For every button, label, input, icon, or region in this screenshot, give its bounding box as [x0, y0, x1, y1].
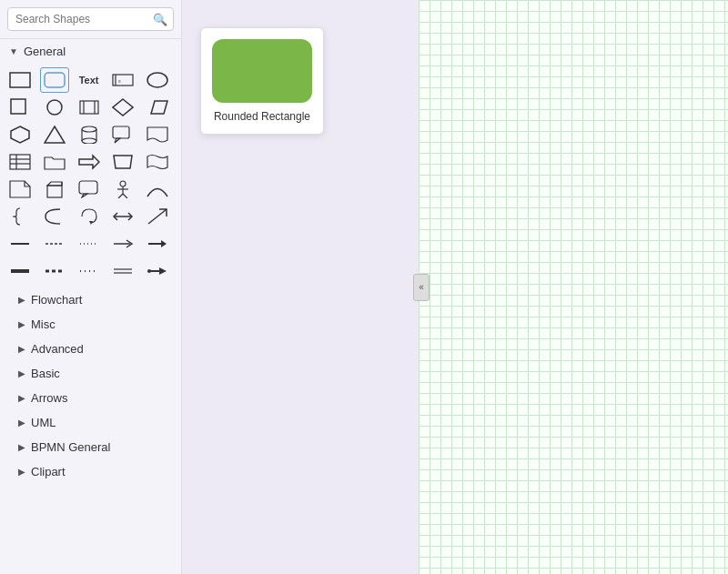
- svg-point-7: [47, 100, 62, 115]
- misc-arrow-icon: ▶: [18, 319, 25, 329]
- shape-cube[interactable]: [40, 176, 69, 202]
- svg-line-40: [148, 209, 167, 224]
- shape-tooltip-card: Rounded Rectangle: [200, 27, 324, 135]
- shape-arc[interactable]: [143, 176, 172, 202]
- shape-connector-arrow[interactable]: [143, 231, 172, 257]
- shape-thick-dotted[interactable]: [75, 258, 104, 284]
- bpmn-label: BPMN General: [31, 440, 110, 454]
- arrows-arrow-icon: ▶: [18, 393, 25, 403]
- svg-rect-6: [11, 99, 25, 114]
- shape-brace[interactable]: [5, 204, 35, 229]
- category-misc[interactable]: ▶ Misc: [0, 312, 181, 337]
- shape-arrow-connector[interactable]: [143, 258, 172, 284]
- category-basic[interactable]: ▶ Basic: [0, 361, 181, 386]
- svg-rect-0: [10, 73, 30, 87]
- middle-panel: Rounded Rectangle «: [182, 0, 419, 574]
- tooltip-label: Rounded Rectangle: [214, 110, 310, 123]
- shape-diagonal-arrow[interactable]: [143, 204, 172, 229]
- misc-label: Misc: [31, 317, 56, 331]
- svg-point-18: [82, 138, 96, 144]
- advanced-arrow-icon: ▶: [18, 344, 25, 354]
- shape-c-shape[interactable]: [40, 204, 69, 229]
- flowchart-label: Flowchart: [31, 293, 82, 307]
- shape-note[interactable]: [5, 176, 35, 202]
- category-bpmn[interactable]: ▶ BPMN General: [0, 435, 181, 459]
- shape-circle[interactable]: [40, 95, 69, 120]
- shape-rounded-rect-selected[interactable]: [40, 67, 69, 93]
- shape-diamond[interactable]: [108, 95, 137, 120]
- shape-folder[interactable]: [40, 149, 69, 175]
- uml-arrow-icon: ▶: [18, 418, 25, 428]
- shape-document[interactable]: [143, 122, 172, 147]
- clipart-label: Clipart: [31, 465, 66, 478]
- category-general[interactable]: ▼ General: [0, 39, 181, 64]
- shape-triangle[interactable]: [40, 122, 69, 147]
- shape-wave[interactable]: [143, 149, 172, 175]
- sidebar: 🔍 ▼ General Text ≡: [0, 0, 182, 574]
- svg-text:≡: ≡: [118, 78, 121, 84]
- shape-thick-dashed[interactable]: [40, 258, 69, 284]
- category-uml[interactable]: ▶ UML: [0, 410, 181, 435]
- svg-point-15: [82, 126, 96, 132]
- basic-arrow-icon: ▶: [18, 368, 25, 378]
- svg-marker-14: [45, 126, 65, 143]
- canvas-area[interactable]: [419, 0, 728, 574]
- general-shapes-grid: Text ≡: [0, 64, 181, 287]
- shape-arrow-right[interactable]: [75, 149, 104, 175]
- svg-point-33: [120, 181, 126, 186]
- shape-person[interactable]: [108, 176, 137, 202]
- svg-rect-21: [10, 155, 30, 169]
- shape-ellipse[interactable]: [143, 67, 172, 93]
- svg-marker-54: [159, 267, 167, 275]
- svg-rect-19: [113, 126, 129, 138]
- shape-thick-line[interactable]: [5, 258, 35, 284]
- collapse-button[interactable]: «: [413, 274, 430, 301]
- svg-marker-12: [151, 101, 167, 114]
- shape-hexagon[interactable]: [5, 122, 35, 147]
- shape-dashed-line[interactable]: [40, 231, 69, 257]
- svg-marker-20: [115, 138, 120, 143]
- shape-loop-arrow[interactable]: [75, 204, 104, 229]
- bpmn-arrow-icon: ▶: [18, 442, 25, 452]
- search-input[interactable]: [7, 7, 174, 31]
- shape-speech-bubble[interactable]: [75, 176, 104, 202]
- svg-rect-1: [45, 73, 65, 87]
- category-clipart[interactable]: ▶ Clipart: [0, 459, 181, 484]
- shape-dotted-line[interactable]: [75, 231, 104, 257]
- category-flowchart[interactable]: ▶ Flowchart: [0, 287, 181, 312]
- uml-label: UML: [31, 416, 56, 429]
- svg-marker-25: [79, 156, 99, 168]
- shape-arrow-line[interactable]: [108, 231, 137, 257]
- shape-table[interactable]: [5, 149, 35, 175]
- grid-canvas: [419, 0, 728, 574]
- svg-marker-32: [82, 194, 87, 197]
- category-arrows[interactable]: ▶ Arrows: [0, 386, 181, 410]
- svg-point-5: [147, 73, 167, 87]
- shape-solid-line[interactable]: [5, 231, 35, 257]
- category-advanced[interactable]: ▶ Advanced: [0, 337, 181, 361]
- svg-line-36: [118, 194, 123, 198]
- basic-label: Basic: [31, 367, 60, 380]
- shape-text[interactable]: Text: [75, 67, 104, 93]
- flowchart-arrow-icon: ▶: [18, 295, 25, 305]
- shape-callout[interactable]: [108, 122, 137, 147]
- svg-point-53: [147, 269, 151, 273]
- shape-double-line[interactable]: [108, 258, 137, 284]
- search-bar-container: 🔍: [0, 0, 181, 39]
- general-label: General: [24, 45, 66, 58]
- shape-parallelogram[interactable]: [143, 95, 172, 120]
- shape-trapezoid[interactable]: [108, 149, 137, 175]
- svg-marker-13: [11, 126, 29, 143]
- shape-cylinder[interactable]: [75, 122, 104, 147]
- shape-process[interactable]: [75, 95, 104, 120]
- arrows-label: Arrows: [31, 391, 67, 405]
- svg-marker-46: [161, 240, 167, 247]
- svg-rect-31: [79, 181, 97, 194]
- shape-rectangle[interactable]: [5, 67, 35, 93]
- svg-rect-8: [80, 101, 98, 114]
- shape-double-arrow[interactable]: [108, 204, 137, 229]
- shape-label[interactable]: ≡: [108, 67, 137, 93]
- svg-rect-28: [47, 186, 62, 197]
- svg-line-37: [123, 194, 127, 198]
- shape-square[interactable]: [5, 95, 35, 120]
